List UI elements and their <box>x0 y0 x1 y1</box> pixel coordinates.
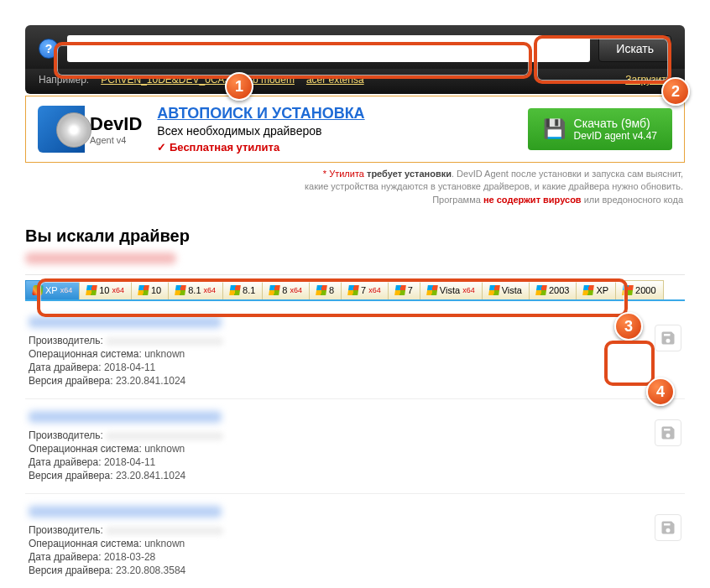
os-tab-2000[interactable]: 2000 <box>615 280 663 299</box>
promo-free: Бесплатная утилита <box>157 141 512 154</box>
examples-row: Например: PCI\VEN_10DE&DEV_0CA3 usb mode… <box>25 69 685 94</box>
example-link[interactable]: PCI\VEN_10DE&DEV_0CA3 <box>101 74 230 86</box>
search-input[interactable] <box>67 35 590 62</box>
example-link[interactable]: usb modem <box>242 74 295 86</box>
download-button[interactable]: 💾 Скачать (9мб)DevID agent v4.47 <box>528 108 672 150</box>
promo-banner: DevIDAgent v4 АВТОПОИСК И УСТАНОВКА Всех… <box>25 96 685 163</box>
save-icon: 💾 <box>543 118 566 140</box>
result-title-blur <box>29 506 222 518</box>
result-title-blur <box>29 411 222 423</box>
os-tab-10[interactable]: 10 <box>131 280 169 299</box>
result-item: Производитель: Операционная система: unk… <box>25 399 685 494</box>
windows-icon <box>622 285 634 295</box>
results-list: Производитель: Операционная система: unk… <box>25 301 685 588</box>
agent-version: Agent v4 <box>90 135 142 145</box>
os-tab-2003[interactable]: 2003 <box>529 280 577 299</box>
upload-link[interactable]: Загрузить <box>625 74 671 86</box>
os-tab-7-x64[interactable]: 7x64 <box>341 280 389 299</box>
os-tab-Vista[interactable]: Vista <box>482 280 530 299</box>
brand-name: DevID <box>90 113 142 134</box>
results-heading: Вы искали драйвер <box>25 226 685 246</box>
search-button[interactable]: Искать <box>598 35 671 62</box>
disc-icon <box>38 106 85 153</box>
windows-icon <box>316 285 327 295</box>
os-tab-8.1-x64[interactable]: 8.1x64 <box>168 280 223 299</box>
result-item: Производитель: Операционная система: unk… <box>25 304 685 399</box>
os-tab-Vista-x64[interactable]: Vistax64 <box>420 280 483 299</box>
windows-icon <box>347 285 359 295</box>
example-link[interactable]: acer extensa <box>306 74 364 86</box>
windows-icon <box>86 285 97 295</box>
save-driver-button[interactable] <box>655 514 681 541</box>
os-tab-8-x64[interactable]: 8x64 <box>262 280 310 299</box>
windows-icon <box>175 285 186 295</box>
windows-icon <box>426 285 438 295</box>
fine-print: * Утилита требует установки. DevID Agent… <box>27 168 683 206</box>
query-blur <box>25 252 176 264</box>
promo-title[interactable]: АВТОПОИСК И УСТАНОВКА <box>157 105 512 122</box>
promo-logo: DevIDAgent v4 <box>38 106 142 153</box>
windows-icon <box>488 285 500 295</box>
windows-icon <box>229 285 241 295</box>
result-item: Производитель: Операционная система: unk… <box>25 494 685 588</box>
promo-sub: Всех необходимых драйверов <box>157 124 512 138</box>
os-tab-10-x64[interactable]: 10x64 <box>79 280 132 299</box>
example-label: Например: <box>39 74 89 86</box>
os-tab-8[interactable]: 8 <box>309 280 342 299</box>
windows-icon <box>269 285 280 295</box>
windows-icon <box>138 285 149 295</box>
os-tab-XP[interactable]: XP <box>576 280 616 299</box>
windows-icon <box>394 285 406 295</box>
windows-icon <box>32 285 44 295</box>
result-title-blur <box>29 316 222 328</box>
os-tabs: XPx6410x64108.1x648.18x6487x647Vistax64V… <box>25 274 685 301</box>
download-line2: DevID agent v4.47 <box>574 130 657 142</box>
os-tab-7[interactable]: 7 <box>388 280 420 299</box>
download-line1: Скачать (9мб) <box>574 117 657 130</box>
os-tab-XP-x64[interactable]: XPx64 <box>25 280 80 299</box>
os-tab-8.1[interactable]: 8.1 <box>222 280 263 299</box>
save-driver-button[interactable] <box>655 419 681 446</box>
save-driver-button[interactable] <box>655 325 681 351</box>
search-bar: ? Искать <box>25 25 685 69</box>
windows-icon <box>535 285 547 295</box>
help-icon[interactable]: ? <box>39 39 59 59</box>
windows-icon <box>583 285 595 295</box>
